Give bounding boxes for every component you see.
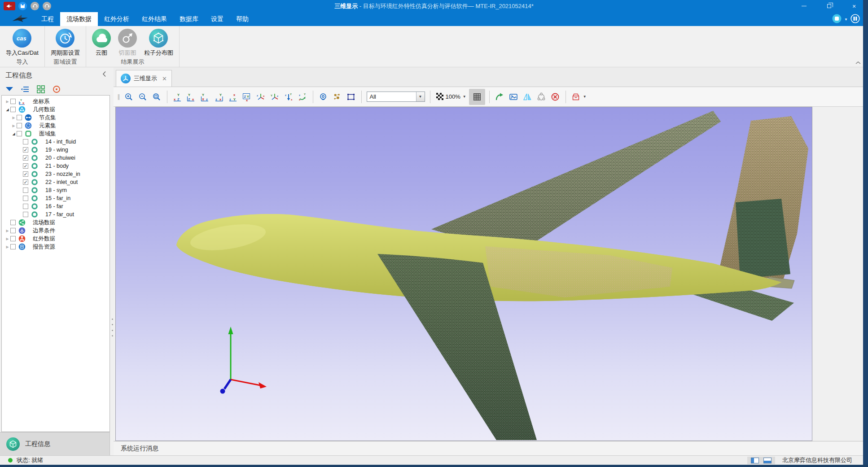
ribbon-button-section[interactable]: 切面图 (115, 29, 140, 57)
tree-item[interactable]: ✓19 - wing (2, 146, 110, 154)
layout-button[interactable] (850, 14, 860, 25)
tree-item[interactable]: ✓20 - chuiwei (2, 154, 110, 162)
tree-item[interactable]: ✓21 - body (2, 162, 110, 170)
tree-item[interactable]: ◢几何数据 (2, 105, 110, 113)
view-iso-1-icon[interactable]: zx (255, 90, 267, 104)
menu-item-2[interactable]: 流场数据 (60, 12, 98, 26)
view-back-icon[interactable]: YZx (185, 90, 197, 104)
tree-item[interactable]: 流场数据 (2, 218, 110, 227)
cancel-icon[interactable] (549, 90, 561, 104)
tab-close-icon[interactable]: ✕ (162, 75, 167, 82)
tree-expander-icon[interactable]: ▶ (4, 100, 10, 104)
tree-item[interactable]: 17 - far_out (2, 210, 110, 218)
tree-item[interactable]: ▶报告资源 (2, 243, 110, 251)
tree-checkbox[interactable]: ✓ (23, 155, 28, 161)
tree-checkbox[interactable]: ✓ (23, 171, 28, 177)
ribbon-button-clock[interactable]: 周期面设置 (48, 29, 83, 57)
export-icon[interactable] (494, 90, 506, 104)
archive-icon[interactable] (570, 90, 582, 104)
view-left-icon[interactable]: xzY (227, 90, 239, 104)
tree-expander-icon[interactable]: ▶ (4, 237, 10, 241)
view-right-icon[interactable]: ZYx (241, 90, 253, 104)
tree-expander-icon[interactable]: ▶ (4, 245, 10, 249)
particles-icon[interactable] (331, 90, 343, 104)
save-button[interactable] (18, 2, 27, 10)
minimize-button[interactable] (799, 1, 809, 11)
tree-checkbox[interactable] (23, 196, 28, 201)
tree-item[interactable]: 15 - far_in (2, 194, 110, 202)
tree-expander-icon[interactable]: ◢ (11, 132, 17, 136)
view-front-icon[interactable]: YxZ (171, 90, 184, 104)
tree-checkbox[interactable] (10, 228, 16, 233)
tree-item[interactable]: ▶边界条件 (2, 227, 110, 235)
chevron-down-icon[interactable]: ▼ (463, 95, 466, 99)
viewport-3d[interactable] (115, 107, 812, 441)
layout-left-icon[interactable] (751, 458, 759, 463)
list-settings-icon[interactable] (20, 84, 30, 94)
view-iso-2-icon[interactable]: Yz (269, 90, 281, 104)
menu-item-3[interactable]: 红外分析 (98, 12, 136, 26)
tree-checkbox[interactable] (10, 244, 16, 249)
undo-button[interactable] (31, 2, 39, 10)
tree-checkbox[interactable] (17, 131, 22, 136)
menu-item-7[interactable]: 帮助 (230, 12, 255, 26)
app-icon[interactable] (4, 2, 15, 10)
tree-expander-icon[interactable]: ▶ (11, 124, 17, 128)
group-grid-icon[interactable] (36, 84, 46, 94)
display-filter-combobox[interactable]: All▼ (367, 92, 425, 102)
ribbon-button-cas[interactable]: cas导入Cas/Dat (3, 29, 42, 57)
theme-button[interactable] (832, 14, 842, 25)
menu-item-1[interactable]: 工程 (35, 12, 60, 26)
tree-checkbox[interactable] (23, 204, 28, 209)
view-iso-4-icon[interactable]: zYx (297, 90, 309, 104)
panel-collapse-button[interactable] (102, 71, 106, 79)
tree-item[interactable]: 16 - far (2, 202, 110, 210)
zoom-out-icon[interactable] (137, 90, 149, 104)
tree-item[interactable]: 18 - sym (2, 186, 110, 194)
combobox-arrow-icon[interactable]: ▼ (416, 92, 425, 101)
view-bottom-icon[interactable]: Yzx (213, 90, 225, 104)
tree-item[interactable]: ▶元素集 (2, 122, 110, 130)
view-top-icon[interactable]: YXz (199, 90, 211, 104)
tree-expander-icon[interactable]: ▶ (4, 229, 10, 233)
mirror-icon[interactable] (522, 90, 534, 104)
redo-button[interactable] (43, 2, 51, 10)
tree-checkbox[interactable] (10, 107, 16, 112)
tree-checkbox[interactable] (10, 99, 16, 104)
tree-checkbox[interactable] (23, 139, 28, 144)
restore-button[interactable] (824, 1, 834, 11)
layout-bottom-icon[interactable] (763, 458, 772, 463)
tree-item[interactable]: ✓22 - inlet_out (2, 178, 110, 186)
zoom-level-control[interactable]: 100%▼ (435, 92, 466, 101)
tree-item[interactable]: 14 - int_fluid (2, 138, 110, 146)
tree-checkbox[interactable]: ✓ (23, 147, 28, 153)
close-button[interactable]: × (849, 1, 859, 11)
tree-checkbox[interactable] (23, 188, 28, 193)
tree-checkbox[interactable] (10, 236, 16, 241)
tree-item[interactable]: ✓23 - nozzle_in (2, 170, 110, 178)
tree-item[interactable]: ◢面域集 (2, 130, 110, 138)
tree-checkbox[interactable] (17, 115, 22, 120)
menu-item-5[interactable]: 数据库 (173, 12, 205, 26)
filter-icon[interactable] (4, 84, 14, 94)
grid-icon[interactable] (469, 89, 485, 105)
ribbon-button-cube[interactable]: 粒子分布图 (141, 29, 176, 57)
archive-dropdown-icon[interactable]: ▼ (583, 95, 587, 99)
tree-checkbox[interactable]: ✓ (23, 179, 28, 185)
select-box-icon[interactable] (345, 90, 357, 104)
splitter-handle[interactable] (111, 319, 113, 336)
network-icon[interactable] (535, 90, 548, 104)
toolbar-grip-handle[interactable]: ∥ (117, 93, 119, 100)
chevron-down-icon[interactable]: ▼ (844, 17, 848, 22)
menu-item-4[interactable]: 红外结果 (136, 12, 173, 26)
tree-checkbox[interactable] (17, 123, 22, 128)
tree-checkbox[interactable] (10, 220, 16, 225)
view-iso-3-icon[interactable]: zYx (283, 90, 295, 104)
zoom-in-icon[interactable] (123, 90, 135, 104)
tree-expander-icon[interactable]: ◢ (4, 108, 10, 112)
ribbon-collapse-button[interactable] (855, 58, 861, 66)
snapshot-icon[interactable] (508, 90, 520, 104)
tab-3d-view[interactable]: 三维显示 ✕ (116, 70, 172, 87)
tree-expander-icon[interactable]: ▶ (11, 116, 17, 120)
target-icon[interactable] (52, 84, 61, 94)
